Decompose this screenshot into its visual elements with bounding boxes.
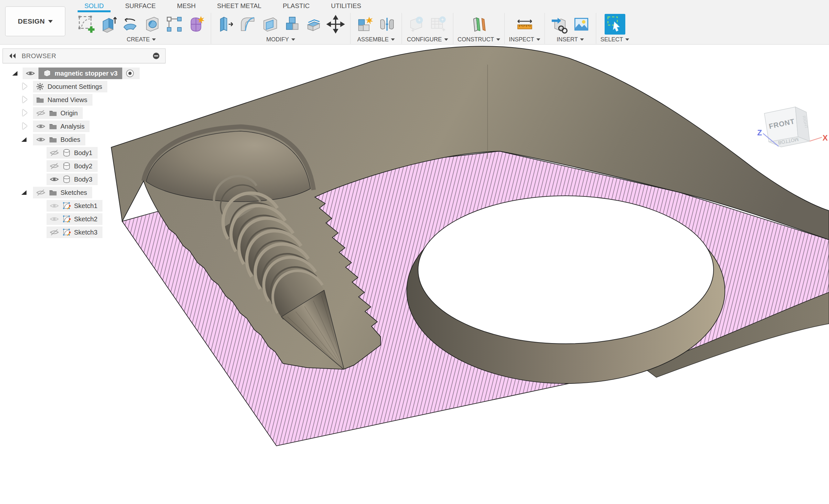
joint-icon xyxy=(377,15,396,34)
collapsed-caret-icon[interactable] xyxy=(23,96,27,103)
configuration-table-button[interactable] xyxy=(428,14,449,35)
ribbon-tabs: SOLID SURFACE MESH SHEET METAL PLASTIC U… xyxy=(74,0,372,12)
tree-row-sketch1[interactable]: Sketch1 xyxy=(3,199,166,212)
extrude-button[interactable] xyxy=(98,14,119,35)
combine-icon xyxy=(282,15,301,34)
tab-plastic[interactable]: PLASTIC xyxy=(272,0,320,12)
fillet-button[interactable] xyxy=(237,14,258,35)
root-component-box[interactable]: magnetic stopper v3 xyxy=(38,68,122,79)
create-sketch-icon xyxy=(77,15,96,34)
create-sketch-button[interactable] xyxy=(76,14,97,35)
configuration-button[interactable] xyxy=(406,14,427,35)
shell-button[interactable] xyxy=(259,14,280,35)
collapsed-caret-icon[interactable] xyxy=(23,83,27,90)
tree-item-label: Bodies xyxy=(61,136,80,144)
tree-row-document-settings[interactable]: Document Settings xyxy=(3,80,166,93)
visibility-eye-icon[interactable] xyxy=(26,70,35,77)
collapsed-caret-icon[interactable] xyxy=(23,122,27,129)
visibility-eye-off-icon[interactable] xyxy=(36,110,46,117)
tab-solid[interactable]: SOLID xyxy=(74,0,114,12)
z-axis-label[interactable]: Z xyxy=(757,128,762,137)
collapse-panel-icon[interactable] xyxy=(8,53,16,59)
ribbon-groups: CREATE xyxy=(72,13,634,44)
tree-row-body3[interactable]: Body3 xyxy=(3,172,166,186)
shell-icon xyxy=(260,15,279,34)
group-label-inspect[interactable]: INSPECT xyxy=(509,36,540,43)
visibility-eye-off-icon[interactable] xyxy=(36,189,46,196)
new-component-button[interactable] xyxy=(355,14,375,35)
insert-derive-button[interactable] xyxy=(549,14,570,35)
form-icon xyxy=(187,15,206,34)
group-label-configure[interactable]: CONFIGURE xyxy=(407,36,448,43)
group-label-modify[interactable]: MODIFY xyxy=(266,36,295,43)
group-label-select[interactable]: SELECT xyxy=(601,36,629,43)
body-cylinder-icon xyxy=(62,162,71,170)
construct-plane-button[interactable] xyxy=(468,14,489,35)
workspace-switcher-button[interactable]: DESIGN xyxy=(5,6,65,36)
tree-item-label: Sketch1 xyxy=(74,202,97,210)
insert-canvas-button[interactable] xyxy=(571,14,592,35)
select-button[interactable] xyxy=(605,14,625,35)
tree-row-analysis[interactable]: Analysis xyxy=(3,120,166,133)
tree-row-body2[interactable]: Body2 xyxy=(3,159,166,172)
visibility-eye-off-icon[interactable] xyxy=(49,149,59,156)
group-configure: CONFIGURE xyxy=(402,13,453,44)
press-pull-icon xyxy=(216,15,235,34)
new-component-icon xyxy=(356,15,374,34)
tree-item-label: Sketch3 xyxy=(74,229,97,236)
browser-title: BROWSER xyxy=(22,52,152,60)
combine-button[interactable] xyxy=(281,14,302,35)
tree-row-sketch2[interactable]: Sketch2 xyxy=(3,212,166,226)
tree-item-label: Origin xyxy=(61,110,78,117)
tree-row-origin[interactable]: Origin xyxy=(3,106,166,120)
visibility-eye-off-icon[interactable] xyxy=(49,162,59,169)
tab-utilities[interactable]: UTILITIES xyxy=(320,0,372,12)
tree-row-named-views[interactable]: Named Views xyxy=(3,93,166,106)
folder-icon xyxy=(49,122,57,130)
press-pull-button[interactable] xyxy=(215,14,236,35)
pattern-button[interactable] xyxy=(164,14,185,35)
move-icon xyxy=(326,15,345,34)
collapsed-caret-icon[interactable] xyxy=(23,109,27,116)
revolve-button[interactable] xyxy=(120,14,141,35)
tab-surface[interactable]: SURFACE xyxy=(114,0,166,12)
activate-radio-icon[interactable] xyxy=(125,69,135,78)
ribbon-toolbar: DESIGN SOLID SURFACE MESH SHEET METAL PL… xyxy=(0,0,829,45)
offset-face-icon xyxy=(304,15,323,34)
group-label-insert[interactable]: INSERT xyxy=(557,36,584,43)
group-label-create[interactable]: CREATE xyxy=(127,36,156,43)
tree-row-body1[interactable]: Body1 xyxy=(3,146,166,159)
tree-row-sketches[interactable]: Sketches xyxy=(3,186,166,199)
select-icon xyxy=(606,15,624,34)
construct-plane-icon xyxy=(469,15,488,34)
form-button[interactable] xyxy=(186,14,207,35)
folder-icon xyxy=(49,136,57,144)
expand-caret-icon[interactable] xyxy=(21,137,27,142)
move-button[interactable] xyxy=(325,14,346,35)
tree-row-bodies[interactable]: Bodies xyxy=(3,133,166,146)
viewcube[interactable]: FRONT RIGHT BOTTOM Z X xyxy=(755,99,829,155)
group-label-assemble[interactable]: ASSEMBLE xyxy=(357,36,395,43)
expand-caret-icon[interactable] xyxy=(21,190,27,195)
x-axis-label[interactable]: X xyxy=(823,133,828,142)
group-label-construct[interactable]: CONSTRUCT xyxy=(458,36,500,43)
visibility-eye-faded-icon[interactable] xyxy=(49,216,59,223)
visibility-eye-icon[interactable] xyxy=(36,123,46,130)
expand-caret-icon[interactable] xyxy=(12,71,17,76)
hole-icon xyxy=(143,15,161,34)
visibility-eye-off-icon[interactable] xyxy=(49,229,59,236)
display-settings-icon[interactable] xyxy=(152,52,160,60)
tree-row-root[interactable]: magnetic stopper v3 xyxy=(3,67,166,80)
visibility-eye-faded-icon[interactable] xyxy=(49,202,59,209)
folder-icon xyxy=(49,109,57,117)
offset-face-button[interactable] xyxy=(303,14,324,35)
measure-button[interactable] xyxy=(514,14,535,35)
visibility-eye-icon[interactable] xyxy=(36,136,46,143)
visibility-eye-icon[interactable] xyxy=(49,176,59,183)
hole-button[interactable] xyxy=(142,14,163,35)
tree-row-sketch3[interactable]: Sketch3 xyxy=(3,226,166,239)
tree-item-label: Sketches xyxy=(61,189,87,196)
joint-button[interactable] xyxy=(377,14,397,35)
tab-sheet-metal[interactable]: SHEET METAL xyxy=(206,0,272,12)
tab-mesh[interactable]: MESH xyxy=(167,0,207,12)
